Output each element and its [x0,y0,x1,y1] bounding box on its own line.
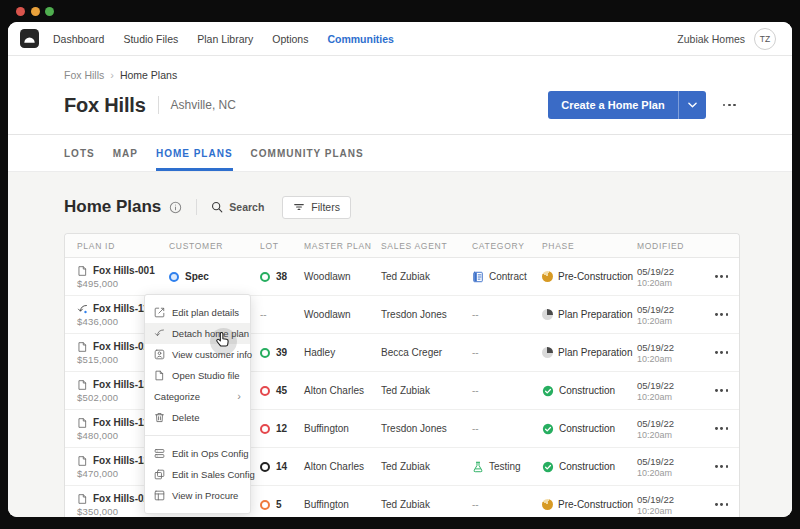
phase-label: Pre-Construction [558,499,633,510]
procure-icon [154,490,165,501]
table-row[interactable]: Fox Hills-001$495,000Spec38WoodlawnTed Z… [65,258,739,296]
plan-price: $515,000 [77,354,118,365]
modified-cell: 05/19/2210:20am [637,342,711,364]
lot-number: 14 [276,461,287,472]
phase-progress-icon [542,499,553,510]
modified-cell: 05/19/2210:20am [637,494,711,516]
lot-status-ring-icon [260,386,270,396]
sales-agent-cell: Ted Zubiak [381,271,472,282]
master-plan-cell: Hadley [304,347,381,358]
close-button[interactable] [16,7,25,16]
column-header-plan-id: PLAN ID [65,241,169,251]
nav-item-options[interactable]: Options [272,33,308,45]
modified-date: 05/19/22 [637,266,674,277]
menu-item-delete[interactable]: Delete [145,407,250,428]
modified-time: 10:20am [637,316,672,326]
master-plan: Woodlawn [304,309,351,320]
row-actions-button[interactable] [711,345,732,360]
row-actions-button[interactable] [711,459,732,474]
menu-item-edit-in-ops-config[interactable]: Edit in Ops Config [145,443,250,464]
avatar[interactable]: TZ [754,28,776,50]
modified-cell: 05/19/2210:20am [637,456,711,478]
modified-time: 10:20am [637,506,672,516]
contract-icon [472,271,484,283]
row-actions-button[interactable] [711,497,732,512]
menu-item-edit-plan-details[interactable]: Edit plan details [145,302,250,323]
page-header: Fox Hills › Home Plans Fox Hills Ashvill… [8,56,792,135]
lot-cell: 38 [260,271,304,282]
file-icon [77,417,88,429]
tab-bar: LOTSMAPHOME PLANSCOMMUNITY PLANS [8,135,792,172]
plan-price: $502,000 [77,392,118,403]
category-label: -- [472,423,479,434]
modified-cell: 05/19/2210:20am [637,304,711,326]
menu-item-view-in-procure[interactable]: View in Procure [145,485,250,506]
page-title: Fox Hills [64,94,146,117]
filter-icon [293,201,305,213]
mouse-cursor [215,331,232,350]
lot-number: -- [260,309,267,320]
customer-cell: Spec [169,271,260,282]
lot-number: 45 [276,385,287,396]
column-header-lot: LOT [260,241,304,251]
row-actions-button[interactable] [711,421,732,436]
phase-progress-icon [542,271,553,282]
column-header-phase: PHASE [542,241,637,251]
info-icon[interactable] [169,201,182,214]
tab-map[interactable]: MAP [113,135,138,171]
plan-price: $470,000 [77,468,118,479]
menu-item-edit-in-sales-config[interactable]: Edit in Sales Config [145,464,250,485]
phase-label: Pre-Construction [558,271,633,282]
category-label: Contract [489,271,527,282]
customer-icon [154,349,165,360]
menu-item-open-studio-file[interactable]: Open Studio file [145,365,250,386]
category-cell: -- [472,385,542,396]
nav-item-communities[interactable]: Communities [327,33,394,45]
actions-cell [711,307,745,322]
lot-cell: 12 [260,423,304,434]
tab-lots[interactable]: LOTS [64,135,95,171]
chevron-down-icon[interactable] [679,91,706,119]
row-actions-button[interactable] [711,269,732,284]
row-actions-button[interactable] [711,307,732,322]
master-plan-cell: Buffington [304,423,381,434]
minimize-button[interactable] [31,7,40,16]
search-button[interactable]: Search [211,201,264,213]
sales-agent: Tresdon Jones [381,309,447,320]
lot-cell: 45 [260,385,304,396]
category-cell: -- [472,309,542,320]
filters-button[interactable]: Filters [282,196,351,219]
account-name: Zubiak Homes [677,33,745,45]
file-icon [77,265,88,277]
plan-price: $350,000 [77,506,118,517]
more-actions-button[interactable] [719,98,740,113]
modified-date: 05/19/22 [637,494,674,505]
file-icon [77,341,88,353]
actions-cell [711,345,745,360]
chevron-right-icon: › [237,391,241,402]
modified-time: 10:20am [637,392,672,402]
category-cell: Testing [472,461,542,473]
sales-agent-cell: Ted Zubiak [381,461,472,472]
nav-item-dashboard[interactable]: Dashboard [53,33,104,45]
breadcrumb-parent[interactable]: Fox Hills [64,69,104,81]
lot-status-ring-icon [260,348,270,358]
category-label: -- [472,499,479,510]
file-icon [77,379,88,391]
master-plan: Alton Charles [304,461,364,472]
tab-home-plans[interactable]: HOME PLANS [156,135,233,171]
plan-price: $436,000 [77,316,118,327]
modified-time: 10:20am [637,278,672,288]
maximize-button[interactable] [45,7,54,16]
column-header-category: CATEGORY [472,241,542,251]
plan-price: $480,000 [77,430,118,441]
phase-cell: Plan Preparation [542,347,637,358]
menu-item-categorize[interactable]: Categorize› [145,386,250,407]
nav-item-plan-library[interactable]: Plan Library [197,33,253,45]
tab-community-plans[interactable]: COMMUNITY PLANS [251,135,364,171]
nav-item-studio-files[interactable]: Studio Files [123,33,178,45]
phase-cell: Construction [542,385,637,397]
create-home-plan-button[interactable]: Create a Home Plan [548,91,705,119]
row-actions-button[interactable] [711,383,732,398]
master-plan-cell: Woodlawn [304,309,381,320]
